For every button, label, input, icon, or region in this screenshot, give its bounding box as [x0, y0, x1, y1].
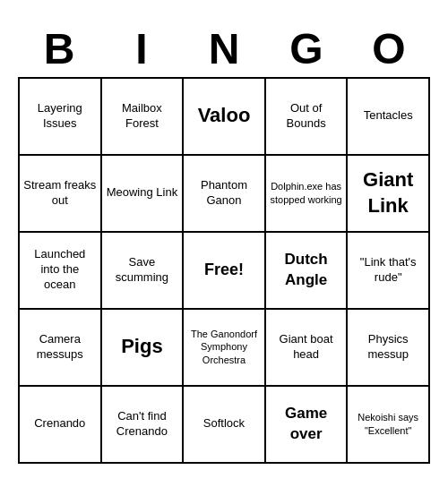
bingo-cell: Physics messup [348, 310, 430, 387]
bingo-title: BINGO [18, 24, 430, 73]
bingo-cell: "Link that's rude" [348, 233, 430, 310]
bingo-cell: Dolphin.exe has stopped working [266, 156, 349, 233]
bingo-cell: Giant Link [348, 156, 430, 233]
bingo-cell: Game over [266, 387, 349, 464]
bingo-cell: Valoo [184, 79, 266, 156]
bingo-cell: Nekoishi says "Excellent" [348, 387, 430, 464]
bingo-letter: G [271, 24, 342, 73]
bingo-cell: Out of Bounds [266, 79, 349, 156]
bingo-cell: Giant boat head [266, 310, 349, 387]
bingo-cell: The Ganondorf Symphony Orchestra [184, 310, 266, 387]
bingo-cell: Pigs [102, 310, 185, 387]
bingo-letter: N [188, 24, 260, 73]
bingo-cell: Launched into the ocean [20, 233, 102, 310]
bingo-cell: Save scumming [102, 233, 185, 310]
bingo-grid: Layering IssuesMailbox ForestValooOut of… [18, 77, 430, 464]
bingo-cell: Can't find Crenando [102, 387, 185, 464]
bingo-cell: Softlock [184, 387, 266, 464]
bingo-cell: Free! [184, 233, 266, 310]
bingo-cell: Tentacles [348, 79, 430, 156]
bingo-letter: B [23, 24, 95, 73]
bingo-letter: O [353, 24, 425, 73]
bingo-cell: Meowing Link [102, 156, 185, 233]
bingo-cell: Stream freaks out [20, 156, 102, 233]
bingo-cell: Crenando [20, 387, 102, 464]
bingo-card: BINGO Layering IssuesMailbox ForestValoo… [9, 15, 439, 473]
bingo-cell: Dutch Angle [266, 233, 349, 310]
bingo-cell: Camera messups [20, 310, 102, 387]
bingo-cell: Phantom Ganon [184, 156, 266, 233]
bingo-cell: Mailbox Forest [102, 79, 185, 156]
bingo-letter: I [106, 24, 177, 73]
bingo-cell: Layering Issues [20, 79, 102, 156]
